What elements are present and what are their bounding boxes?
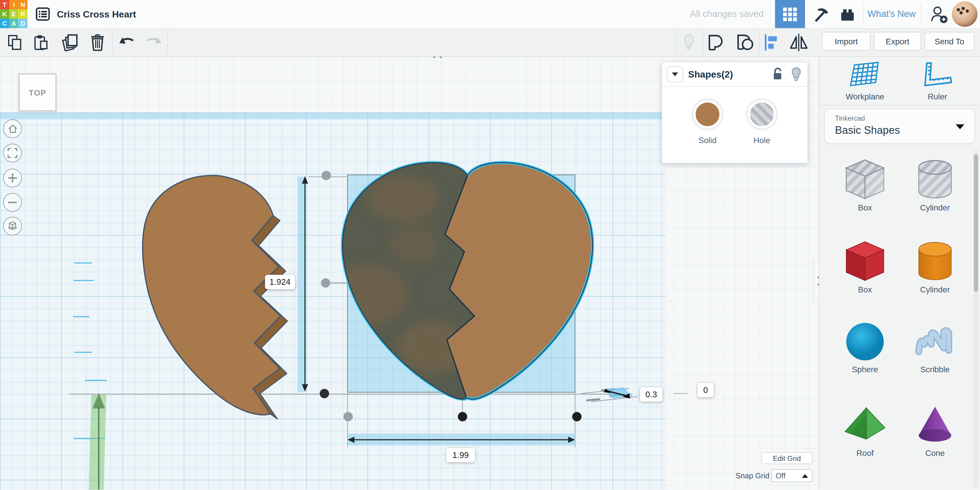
invite-button[interactable] [928,0,950,28]
copy-button[interactable] [5,32,25,52]
perspective-cube-icon [7,220,18,232]
orange-cylinder-icon [911,239,959,284]
grid-icon [783,7,797,21]
snap-grid-select[interactable]: Off [771,469,812,482]
cone-icon [911,403,959,448]
document-title[interactable]: Criss Cross Heart [57,0,136,28]
shape-hole-cylinder[interactable]: Cylinder [900,157,969,212]
home-view-button[interactable] [3,119,22,138]
chevron-down-icon [956,124,964,129]
shape-label: Box [830,285,899,294]
roof-icon [841,403,889,448]
ruler-label: Ruler [903,92,972,101]
send-to-button[interactable]: Send To [924,32,974,51]
base-elevation-label[interactable]: 0 [697,383,714,397]
solid-material-swatch[interactable] [693,100,722,129]
whats-new-link[interactable]: What's New [867,0,916,28]
handle-top[interactable] [322,171,331,180]
snap-grid-value: Off [776,471,786,480]
header-divider [921,4,921,24]
app-header: TINKERCAD Criss Cross Heart All changes … [0,0,980,29]
shape-label: Roof [830,449,899,458]
handle-bottom-anchor[interactable] [320,389,329,398]
hole-material-swatch[interactable] [748,100,776,129]
minecraft-button[interactable] [806,0,835,28]
brick-build-button[interactable] [835,0,860,28]
paste-button[interactable] [30,32,51,52]
logo-tile: A [9,19,18,28]
logo-tile: R [18,10,27,19]
ruler-tool[interactable]: Ruler [903,61,972,101]
view-cube[interactable]: TOP [19,74,56,111]
shapes-sidebar: Workplane Ruler Tinkercad Basic Shapes [819,56,980,490]
inspector-title: Shapes(2) [688,62,733,86]
logo-tile: I [9,0,18,10]
mirror-flip-icon [789,34,809,51]
duplicate-button[interactable] [60,32,80,52]
shape-label: Cone [900,449,969,458]
align-icon [764,34,779,51]
hide-button[interactable] [791,67,801,84]
import-button[interactable]: Import [822,32,870,51]
group-button[interactable] [705,32,725,52]
home-icon [7,123,18,134]
duplicate-icon [61,34,79,51]
fit-view-button[interactable] [3,144,22,162]
z-height-dimension-label[interactable]: 0.3 [640,387,662,402]
ruler-icon [922,61,953,89]
logo-tile: E [9,10,18,19]
shape-roof[interactable]: Roof [830,403,899,458]
width-dimension[interactable] [347,433,575,446]
handle-bottom-left[interactable] [344,412,353,421]
add-person-icon [929,5,948,23]
tinkercad-logo[interactable]: TINKERCAD [0,0,27,28]
delete-button[interactable] [88,32,108,52]
zoom-in-button[interactable] [3,169,22,187]
handle-bottom-right[interactable] [572,412,582,421]
red-box-icon [841,239,889,284]
perspective-toggle-button[interactable] [3,217,22,236]
lego-brick-icon [839,6,856,22]
handle-middle[interactable] [321,278,330,288]
logo-tile: K [0,10,9,19]
mirror-button[interactable] [789,32,809,52]
sphere-icon [841,319,889,364]
show-all-button[interactable] [679,32,699,52]
group-icon [706,34,724,51]
shape-scribble[interactable]: Scribble [900,319,969,374]
zoom-out-button[interactable] [3,193,22,212]
shape-library-select[interactable]: Tinkercad Basic Shapes [824,109,975,144]
ungroup-button[interactable] [735,32,755,52]
workplane-tool[interactable]: Workplane [830,61,899,101]
redo-icon [146,36,162,49]
scrollbar-thumb[interactable] [974,154,978,292]
scribble-icon [911,319,959,364]
list-menu-icon [36,7,50,21]
shape-hole-box[interactable]: Box [830,157,899,212]
export-button[interactable]: Export [874,32,921,51]
user-avatar[interactable] [952,1,978,27]
undo-button[interactable] [116,32,137,52]
edit-grid-button[interactable]: Edit Grid [761,452,813,464]
redo-button[interactable] [145,32,164,52]
library-name: Basic Shapes [835,124,900,137]
toolbar-divider [703,31,703,54]
workplane-icon [850,61,881,89]
pickaxe-icon [812,5,829,23]
handle-bottom-center[interactable] [458,412,467,421]
shape-sphere[interactable]: Sphere [830,319,899,374]
toolbar-divider [759,31,760,54]
shape-solid-box[interactable]: Box [830,239,899,294]
design-menu-button[interactable] [35,6,51,22]
width-dimension-label[interactable]: 1.99 [446,448,475,462]
inspector-collapse-button[interactable] [667,66,683,82]
align-button[interactable] [761,32,781,52]
sidebar-scrollbar[interactable] [974,150,978,487]
shape-solid-cylinder[interactable]: Cylinder [900,239,969,294]
trash-icon [89,34,106,51]
shape-cone[interactable]: Cone [900,403,969,458]
lock-button[interactable] [772,67,783,84]
height-dimension-label[interactable]: 1.924 [265,275,295,289]
dashboard-grid-button[interactable] [775,0,805,28]
toolbar-divider [167,31,168,54]
